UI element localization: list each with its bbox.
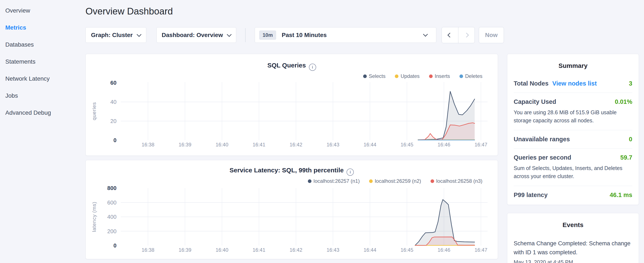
now-button-label: Now	[485, 32, 498, 39]
svg-text:16:39: 16:39	[178, 142, 191, 147]
sql-queries-plot: 604020016:3816:3916:4016:4116:4216:4316:…	[86, 54, 498, 156]
time-range-label: Past 10 Minutes	[282, 32, 327, 39]
svg-text:60: 60	[110, 80, 116, 86]
svg-text:20: 20	[110, 118, 116, 124]
svg-text:16:46: 16:46	[438, 247, 450, 253]
summary-row-value: 0	[629, 136, 632, 143]
summary-row-value: 59.7	[620, 154, 632, 161]
time-back-button[interactable]	[442, 27, 458, 43]
graph-scope-dropdown[interactable]: Graph: Cluster	[86, 27, 146, 43]
summary-row-label: Total Nodes	[514, 80, 548, 87]
chevron-down-icon	[137, 32, 142, 37]
dashboard-label: Dashboard: Overview	[162, 32, 223, 39]
sidebar: OverviewMetricsDatabasesStatementsNetwor…	[0, 0, 81, 263]
time-step-buttons	[442, 27, 475, 43]
svg-text:16:44: 16:44	[364, 142, 376, 147]
summary-row: P99 latency46.1 ms	[514, 186, 632, 204]
service-latency-plot: 800600400200016:3816:3916:4016:4116:4216…	[86, 160, 498, 259]
dashboard-dropdown[interactable]: Dashboard: Overview	[156, 27, 236, 43]
svg-text:16:45: 16:45	[400, 142, 413, 147]
cockroachdb-metrics-page: { "colors": { "accent_blue": "#1f87fb", …	[0, 0, 644, 263]
svg-text:latency (ms): latency (ms)	[91, 202, 97, 232]
summary-row-label: Capacity Used	[514, 98, 556, 105]
svg-text:queries: queries	[91, 102, 97, 120]
summary-row-note: You are using 28.6 MiB of 515.9 GiB usab…	[514, 108, 632, 124]
graph-scope-label: Graph: Cluster	[91, 32, 133, 39]
svg-text:16:47: 16:47	[474, 247, 487, 253]
svg-text:16:38: 16:38	[142, 142, 154, 147]
time-range-dropdown[interactable]: 10m Past 10 Minutes	[255, 27, 436, 43]
svg-text:400: 400	[107, 214, 116, 220]
sql-queries-chart-card: SQL Queriesi SelectsUpdatesInsertsDelete…	[86, 54, 498, 156]
summary-row-label: Queries per second	[514, 154, 571, 161]
sidebar-item-statements[interactable]: Statements	[0, 53, 81, 70]
events-title: Events	[514, 221, 632, 228]
svg-text:0: 0	[114, 137, 116, 143]
summary-title: Summary	[514, 62, 632, 69]
svg-text:16:39: 16:39	[178, 247, 191, 253]
summary-row: Queries per second59.7Sum of Selects, Up…	[514, 148, 632, 186]
svg-text:16:46: 16:46	[438, 142, 450, 147]
now-button[interactable]: Now	[479, 27, 504, 43]
event-list-item[interactable]: Schema Change Completed: Schema change w…	[514, 239, 632, 263]
svg-text:16:44: 16:44	[364, 247, 376, 253]
summary-panel: Summary Total NodesView nodes list3Capac…	[507, 54, 639, 205]
summary-row: Total NodesView nodes list3	[514, 80, 632, 93]
summary-row: Unavailable ranges0	[514, 130, 632, 148]
event-timestamp: May 13, 2020 at 4:45 PM	[514, 259, 632, 263]
page-title: Overview Dashboard	[86, 6, 173, 17]
summary-row-label: Unavailable ranges	[514, 136, 570, 143]
summary-row-label: P99 latency	[514, 191, 548, 198]
svg-text:200: 200	[107, 228, 116, 234]
sidebar-item-jobs[interactable]: Jobs	[0, 87, 81, 104]
svg-text:0: 0	[114, 242, 116, 249]
svg-text:600: 600	[107, 199, 116, 206]
svg-text:16:43: 16:43	[326, 142, 339, 147]
sidebar-item-network-latency[interactable]: Network Latency	[0, 70, 81, 87]
event-message: Schema Change Completed: Schema change w…	[514, 239, 632, 257]
summary-row-note: Sum of Selects, Updates, Inserts, and De…	[514, 164, 632, 180]
sidebar-item-metrics[interactable]: Metrics	[0, 19, 81, 36]
summary-row-value: 46.1 ms	[610, 191, 632, 198]
chevron-down-icon	[423, 32, 428, 37]
svg-text:16:41: 16:41	[252, 247, 265, 253]
chevron-down-icon	[227, 32, 232, 37]
sidebar-item-databases[interactable]: Databases	[0, 36, 81, 53]
svg-text:800: 800	[107, 185, 116, 191]
svg-text:40: 40	[110, 99, 116, 105]
svg-text:16:47: 16:47	[474, 142, 487, 147]
svg-text:16:45: 16:45	[400, 247, 413, 253]
service-latency-chart-card: Service Latency: SQL, 99th percentilei l…	[86, 160, 498, 259]
svg-text:16:42: 16:42	[290, 247, 302, 253]
svg-text:16:40: 16:40	[216, 247, 228, 253]
events-panel: Events Schema Change Completed: Schema c…	[507, 213, 639, 263]
sidebar-item-advanced-debug[interactable]: Advanced Debug	[0, 104, 81, 121]
time-forward-button[interactable]	[458, 27, 475, 43]
summary-row: Capacity Used0.01%You are using 28.6 MiB…	[514, 93, 632, 130]
svg-text:16:38: 16:38	[142, 247, 154, 253]
toolbar-divider	[245, 28, 246, 42]
summary-row-value: 0.01%	[615, 98, 632, 105]
summary-row-value: 3	[629, 80, 632, 87]
svg-text:16:40: 16:40	[216, 142, 228, 147]
view-nodes-list-link[interactable]: View nodes list	[552, 80, 597, 87]
sidebar-item-overview[interactable]: Overview	[0, 2, 81, 19]
svg-text:16:42: 16:42	[290, 142, 302, 147]
time-range-badge: 10m	[259, 31, 276, 40]
svg-text:16:41: 16:41	[252, 142, 265, 147]
chevron-right-icon	[464, 33, 469, 38]
svg-text:16:43: 16:43	[326, 247, 339, 253]
chevron-left-icon	[448, 33, 452, 38]
